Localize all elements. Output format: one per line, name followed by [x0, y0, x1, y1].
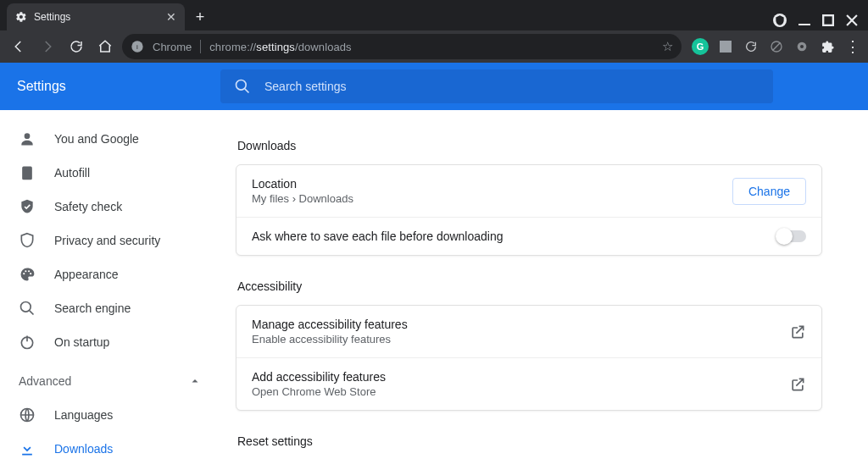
ask-before-download-label: Ask where to save each file before downl… — [252, 229, 764, 243]
sidebar-item-you-and-google[interactable]: You and Google — [0, 122, 219, 156]
power-icon — [19, 334, 36, 351]
sidebar-advanced-toggle[interactable]: Advanced — [0, 364, 219, 398]
downloads-card: Location My files › Downloads Change Ask… — [236, 164, 822, 256]
sidebar-item-label: Appearance — [54, 268, 119, 281]
change-location-button[interactable]: Change — [732, 178, 806, 205]
bookmark-star-icon[interactable]: ☆ — [662, 39, 673, 54]
advanced-label: Advanced — [19, 374, 71, 388]
sidebar-item-label: Safety check — [54, 200, 122, 213]
download-icon — [19, 440, 36, 457]
gear-icon — [15, 11, 27, 23]
sidebar-item-label: On startup — [54, 335, 109, 349]
url-path: /downloads — [295, 41, 352, 53]
clipboard-icon — [19, 164, 36, 181]
sidebar-item-languages[interactable]: Languages — [0, 398, 219, 432]
new-tab-button[interactable]: + — [188, 5, 212, 29]
external-link-icon — [789, 323, 806, 340]
sidebar-item-search-engine[interactable]: Search engine — [0, 291, 219, 325]
url-scheme-label: Chrome — [153, 41, 192, 53]
sidebar-item-label: Search engine — [54, 301, 131, 315]
svg-point-11 — [28, 270, 30, 272]
omnibox-divider — [200, 40, 201, 53]
extension-reload-icon[interactable] — [743, 38, 760, 55]
sidebar-item-privacy[interactable]: Privacy and security — [0, 224, 219, 257]
sidebar-item-label: Privacy and security — [54, 234, 160, 247]
chevron-up-icon — [190, 376, 200, 386]
extension-grammarly-icon[interactable]: G — [692, 38, 709, 55]
svg-point-7 — [236, 80, 247, 91]
window-controls — [773, 14, 868, 30]
person-icon — [19, 130, 36, 147]
manage-accessibility-sub: Enable accessibility features — [252, 333, 776, 346]
address-bar[interactable]: i Chrome chrome://settings/downloads ☆ — [122, 34, 682, 59]
page-title: Settings — [0, 79, 220, 94]
browser-menu-icon[interactable]: ⋮ — [844, 38, 861, 55]
search-input[interactable] — [264, 80, 760, 93]
settings-page: Settings You and Google Autofill Safety … — [0, 63, 868, 470]
extension-tray: G ⋮ — [687, 38, 861, 55]
manage-accessibility-label: Manage accessibility features — [252, 318, 776, 331]
svg-rect-0 — [798, 24, 810, 25]
section-title-accessibility: Accessibility — [237, 279, 822, 293]
globe-icon — [19, 406, 36, 423]
search-icon — [19, 300, 36, 317]
home-button[interactable] — [93, 35, 117, 58]
search-settings[interactable] — [220, 69, 773, 103]
svg-point-8 — [25, 133, 31, 139]
tab-title: Settings — [34, 11, 159, 23]
page-header: Settings — [0, 63, 868, 110]
site-info-icon[interactable]: i — [131, 40, 144, 53]
window-close-icon[interactable] — [846, 14, 858, 26]
add-accessibility-sub: Open Chrome Web Store — [252, 385, 776, 398]
close-icon[interactable]: ✕ — [166, 10, 176, 24]
browser-tab[interactable]: Settings ✕ — [7, 3, 185, 30]
add-accessibility-label: Add accessibility features — [252, 370, 776, 384]
svg-point-13 — [21, 302, 31, 312]
sidebar-item-on-startup[interactable]: On startup — [0, 325, 219, 359]
back-button[interactable] — [7, 35, 31, 58]
svg-rect-1 — [823, 15, 833, 25]
settings-sidebar: You and Google Autofill Safety check Pri… — [0, 110, 219, 470]
maximize-icon[interactable] — [822, 14, 834, 26]
search-icon — [234, 78, 251, 95]
svg-point-6 — [800, 45, 804, 48]
status-indicator-icon[interactable] — [773, 14, 787, 27]
settings-content: Downloads Location My files › Downloads … — [219, 110, 868, 470]
svg-point-10 — [25, 270, 26, 272]
sidebar-item-appearance[interactable]: Appearance — [0, 257, 219, 291]
manage-accessibility-row[interactable]: Manage accessibility features Enable acc… — [236, 306, 821, 357]
extension-square-icon[interactable] — [717, 38, 734, 55]
sidebar-item-safety-check[interactable]: Safety check — [0, 190, 219, 224]
sidebar-item-autofill[interactable]: Autofill — [0, 156, 219, 190]
browser-toolbar: i Chrome chrome://settings/downloads ☆ G… — [0, 30, 868, 63]
accessibility-card: Manage accessibility features Enable acc… — [236, 305, 822, 411]
svg-point-12 — [30, 273, 31, 274]
reload-button[interactable] — [64, 35, 88, 58]
extension-block-icon[interactable] — [768, 38, 785, 55]
svg-point-9 — [23, 273, 25, 274]
section-title-reset: Reset settings — [237, 434, 822, 448]
location-value: My files › Downloads — [252, 192, 719, 205]
sidebar-item-downloads[interactable]: Downloads — [0, 432, 219, 466]
palette-icon — [19, 266, 36, 283]
shield-icon — [19, 232, 36, 249]
extension-circle-icon[interactable] — [793, 38, 810, 55]
forward-button[interactable] — [36, 35, 59, 58]
minimize-icon[interactable] — [798, 14, 810, 26]
extensions-puzzle-icon[interactable] — [819, 38, 836, 55]
sidebar-item-accessibility[interactable]: Accessibility — [0, 466, 219, 470]
add-accessibility-row[interactable]: Add accessibility features Open Chrome W… — [236, 357, 821, 410]
external-link-icon — [789, 376, 806, 393]
sidebar-item-label: Languages — [54, 408, 113, 422]
sidebar-item-label: Downloads — [54, 442, 113, 456]
svg-text:i: i — [136, 43, 138, 51]
ask-before-download-toggle[interactable] — [777, 230, 806, 242]
url-prefix: chrome:// — [209, 41, 256, 53]
section-title-downloads: Downloads — [237, 139, 822, 152]
download-location-row: Location My files › Downloads Change — [236, 165, 821, 217]
url-host: settings — [256, 41, 295, 53]
sidebar-item-label: You and Google — [54, 132, 139, 146]
ask-before-download-row[interactable]: Ask where to save each file before downl… — [236, 217, 821, 255]
window-titlebar: Settings ✕ + — [0, 0, 868, 30]
location-label: Location — [252, 177, 719, 191]
